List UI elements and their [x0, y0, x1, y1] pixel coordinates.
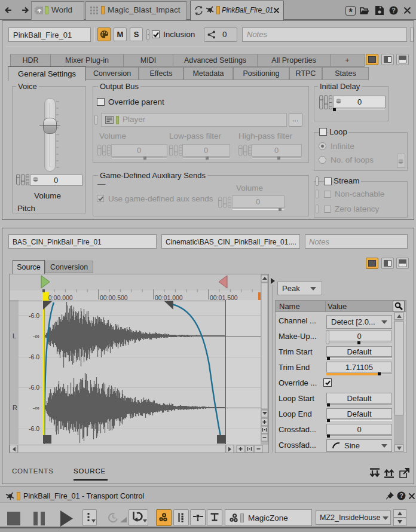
svg-text:R: R [13, 404, 17, 411]
svg-text:-6.0: -6.0 [29, 312, 39, 319]
svg-text:-6.0: -6.0 [29, 425, 39, 432]
svg-text:?: ? [399, 492, 403, 499]
svg-text:-6.0: -6.0 [29, 384, 39, 391]
svg-text:00:00.000: 00:00.000 [45, 294, 73, 301]
svg-text:?: ? [391, 7, 396, 14]
svg-text:-∞: -∞ [33, 332, 39, 340]
svg-text:-6.0: -6.0 [29, 353, 39, 360]
svg-text:L: L [13, 332, 16, 340]
svg-text:-∞: -∞ [33, 404, 39, 411]
svg-text:00:01.000: 00:01.000 [155, 294, 183, 301]
svg-text:00:00.500: 00:00.500 [100, 294, 128, 301]
